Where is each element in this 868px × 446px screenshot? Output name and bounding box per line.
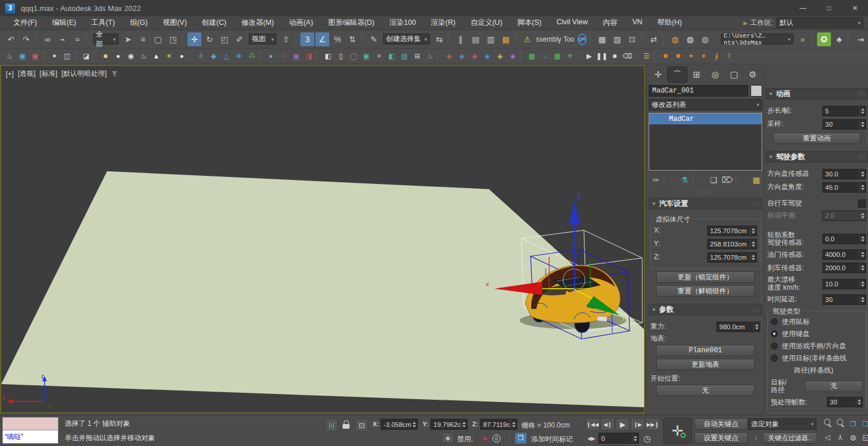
start-position-button[interactable]: 无 [656,385,755,396]
named-selection-set-input[interactable]: 创建选择集 ▾ [383,34,430,45]
bw-window-icon[interactable]: ◧ [322,50,334,62]
update-ground-button[interactable]: 更新地表 [656,359,755,370]
current-frame-field[interactable]: 0 [598,433,639,444]
modifier-stack-item[interactable]: MadCar [649,113,762,124]
tab-create[interactable]: ✛ [649,67,667,83]
fence-icon[interactable]: # [195,50,207,62]
hex-flame-icon[interactable]: ◈ [469,50,480,62]
zoom-all-icon[interactable] [834,418,846,430]
box-primitive-icon[interactable]: ■ [100,50,111,62]
grass-icon[interactable]: ⁂ [246,50,258,62]
rollout-parameters-header[interactable]: ▼ 参数 ⣿⣿ [649,304,762,315]
hex-drop-icon[interactable]: ◈ [481,50,493,62]
drive-field-spinner[interactable]: 30.0 [822,169,866,179]
anim-field-spinner[interactable]: 5 [822,106,866,116]
menu-item[interactable]: 脚本(S) [510,18,549,28]
key-filters-icon[interactable]: ⫶ [750,433,762,444]
maximize-button[interactable]: □ [816,0,842,16]
target-path-button[interactable]: 无 [805,381,863,392]
zoom-extents-icon[interactable]: ❒ [847,418,859,430]
zoom-extents-all-icon[interactable]: ❒ [860,418,868,430]
absolute-mode-icon[interactable]: ⊡ [355,419,368,432]
door-icon[interactable]: ◨ [303,50,315,62]
isolate-selection-icon[interactable]: [▪] [325,419,338,432]
reference-coordinate-dropdown[interactable]: 视图 ▾ [249,34,277,45]
add-time-tag-label[interactable]: 添加时间标记 [531,434,573,444]
fire-sim2-icon[interactable]: ✹ [672,50,684,62]
rectangular-selection-region-icon[interactable]: ▢ [151,32,165,46]
drive-type-radio[interactable]: 使用键盘 [771,329,863,339]
z-coordinate-field[interactable]: 87.7119cm [480,419,517,430]
rollout-animation-header[interactable]: ▼ 动画 ⣿⣿ [766,88,868,99]
preprocess-frames-spinner[interactable]: 30 [827,397,863,407]
menu-item[interactable]: 文件(F) [6,18,45,28]
teal-panel-icon[interactable]: ◧ [386,50,398,62]
cage-icon[interactable]: ▦ [526,50,538,62]
remove-modifier-icon[interactable]: ⌦ [721,174,734,186]
drive-field-spinner[interactable]: 30 [822,294,866,305]
percent-snap-icon[interactable]: % [330,32,344,46]
select-by-name-icon[interactable]: ≡ [136,32,150,46]
layer-explorer-icon[interactable]: ▥ [484,32,498,46]
menu-item[interactable]: 创建(C) [194,18,234,28]
render-preview-icon[interactable]: ◍ [698,32,712,46]
menu-item[interactable]: 视图(V) [155,18,194,28]
sun-icon[interactable]: ☀ [163,50,175,62]
rollout-splitter[interactable]: ⣿⣿⣿ [649,187,762,196]
previous-frame-button[interactable]: ◀❙ [601,418,615,430]
walk-through-icon[interactable]: ⅄ [834,431,846,443]
menu-item[interactable]: 内容 [595,18,625,28]
perspective-viewport[interactable]: [+] [透视] [标准] [默认明暗处理] [0,65,645,414]
menu-item[interactable]: Civil View [549,18,595,28]
go-to-end-button[interactable]: ▶▶❙ [646,418,660,430]
redo-icon[interactable]: ↷ [19,32,33,46]
next-frame-button[interactable]: ❙▶ [631,418,645,430]
hex-fire-icon[interactable]: ◈ [443,50,455,62]
purple-tool-icon[interactable]: ▣ [290,50,302,62]
use-pivot-point-icon[interactable]: ⇧ [279,32,293,46]
drive-type-radio[interactable]: 使用游戏手柄/方向盘 [771,341,863,351]
play-button[interactable]: ▶ [616,418,630,430]
snap-toggle-3d-icon[interactable]: 3 [300,32,314,46]
reset-unlock-components-button[interactable]: 重置（解锁组件） [656,285,755,297]
egg-icon[interactable]: ● [176,50,187,62]
orbit-icon[interactable]: ◍ [847,431,859,443]
log-list-icon[interactable]: ☰ [641,50,652,62]
rendered-frame-window-icon[interactable]: ⊡ [626,32,639,46]
qr-badge-icon[interactable]: QR [578,34,587,45]
menu-item[interactable]: 帮助(H) [650,18,689,28]
play-sim-icon[interactable]: ▶ [583,50,595,62]
tab-utilities[interactable]: ⚙ [744,67,762,83]
tab-motion[interactable]: ◎ [706,67,724,83]
set-key-button[interactable]: 设置关键点 [694,432,748,444]
camera-tools-icon[interactable]: ◫ [61,50,73,62]
select-and-link-icon[interactable]: ∞ [41,32,54,46]
angle-snap-icon[interactable]: ∠ [315,32,329,46]
minimize-button[interactable]: — [790,0,816,16]
hand-teapot-icon[interactable]: ♨ [424,50,436,62]
reset-animation-button[interactable]: 重置动画 [773,132,860,144]
undo-icon[interactable]: ↶ [4,32,18,46]
dimension-spinner[interactable]: 125.7078cm [707,226,757,236]
menu-item[interactable]: 自定义(U) [463,18,510,28]
menu-item[interactable]: 修改器(M) [234,18,281,28]
phoenix-hand2-icon[interactable]: ✦ [698,50,709,62]
modifier-list-dropdown[interactable]: 修改器列表 ▾ [649,99,762,110]
ribbon-toggle-icon[interactable]: ▦ [499,32,513,46]
ground-object-button[interactable]: Plane001 [656,345,755,356]
scroll-icon[interactable]: ∮ [711,50,722,62]
teal-monitor-icon[interactable]: ▤ [399,50,410,62]
export-arrow-icon[interactable]: → [539,50,550,62]
state-sets-icon[interactable]: ⇄ [647,32,661,46]
key-filters-button[interactable]: 关键点过滤器.. [763,432,817,444]
burst-icon[interactable]: ✳ [564,50,576,62]
ring-icon[interactable]: ◯ [348,50,359,62]
time-configuration-icon[interactable]: ◷ [641,433,653,444]
select-and-place-icon[interactable]: ✐ [233,32,247,46]
close-button[interactable]: ✕ [842,0,868,16]
viewport-menu-general[interactable]: [+] [6,70,14,78]
selection-lock-icon[interactable] [343,421,350,429]
unlink-selection-icon[interactable]: ⌁ [56,32,69,46]
update-lock-components-button[interactable]: 更新（锁定组件） [656,271,755,283]
viewport-menu-pov[interactable]: [透视] [18,69,36,79]
